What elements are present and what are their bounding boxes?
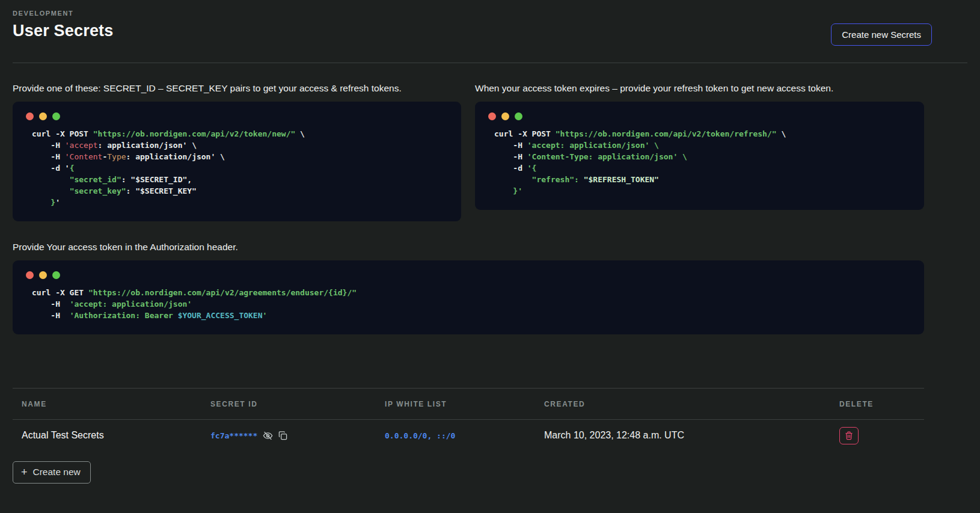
trash-icon [845,431,853,440]
traffic-yellow-icon [501,112,509,120]
created-value: March 10, 2023, 12:48 a.m. UTC [544,430,839,441]
table-row: Actual Test Secrets fc7a****** [13,420,924,451]
token-refresh-description: When your access token expires – provide… [475,83,924,94]
authorization-code: curl -X GET "https://ob.nordigen.com/api… [25,287,912,321]
traffic-red-icon [26,112,34,120]
terminal-dots [25,271,912,279]
token-new-code-card: curl -X POST "https://ob.nordigen.com/ap… [13,102,461,221]
copy-secret-button[interactable] [278,431,287,440]
traffic-red-icon [488,112,496,120]
code-sections-row: Provide one of these: SECRET_ID – SECRET… [13,83,967,221]
secret-id-value: fc7a****** [210,431,257,440]
column-header-created: CREATED [544,400,839,408]
page: DEVELOPMENT User Secrets Create new Secr… [0,0,980,484]
terminal-dots [25,112,449,120]
secrets-table: NAME SECRET ID IP WHITE LIST CREATED DEL… [13,388,924,451]
token-new-description: Provide one of these: SECRET_ID – SECRET… [13,83,461,94]
traffic-yellow-icon [39,271,47,279]
token-refresh-code: curl -X POST "https://ob.nordigen.com/ap… [487,128,912,197]
section-authorization: Provide Your access token in the Authori… [13,242,924,334]
column-header-delete: DELETE [839,400,924,408]
terminal-dots [487,112,912,120]
create-new-button[interactable]: + Create new [13,461,91,484]
traffic-green-icon [52,271,60,279]
secret-name: Actual Test Secrets [22,430,210,441]
breadcrumb-development: DEVELOPMENT [13,10,967,17]
authorization-description: Provide Your access token in the Authori… [13,242,924,253]
delete-secret-button[interactable] [839,427,859,444]
authorization-code-card: curl -X GET "https://ob.nordigen.com/api… [13,260,924,334]
column-header-name: NAME [22,400,210,408]
ip-white-list-value: 0.0.0.0/0, ::/0 [385,431,544,440]
traffic-yellow-icon [39,112,47,120]
section-token-refresh: When your access token expires – provide… [475,83,924,210]
header-divider [13,63,967,63]
create-new-secrets-button[interactable]: Create new Secrets [831,23,932,46]
plus-icon: + [21,468,28,476]
token-new-code: curl -X POST "https://ob.nordigen.com/ap… [25,128,449,208]
traffic-green-icon [515,112,522,120]
copy-icon [278,431,287,440]
create-new-label: Create new [33,467,81,478]
secret-id-cell: fc7a****** [210,431,385,441]
reveal-secret-button[interactable] [263,431,273,441]
section-token-new: Provide one of these: SECRET_ID – SECRET… [13,83,461,221]
traffic-green-icon [52,112,60,120]
page-header: DEVELOPMENT User Secrets Create new Secr… [13,10,967,63]
column-header-secret-id: SECRET ID [210,400,385,408]
page-title: User Secrets [13,22,967,40]
delete-cell [839,427,924,444]
table-header-row: NAME SECRET ID IP WHITE LIST CREATED DEL… [13,388,924,420]
column-header-ip-white-list: IP WHITE LIST [385,400,544,408]
token-refresh-code-card: curl -X POST "https://ob.nordigen.com/ap… [475,102,924,210]
traffic-red-icon [26,271,34,279]
eye-off-icon [263,431,273,441]
